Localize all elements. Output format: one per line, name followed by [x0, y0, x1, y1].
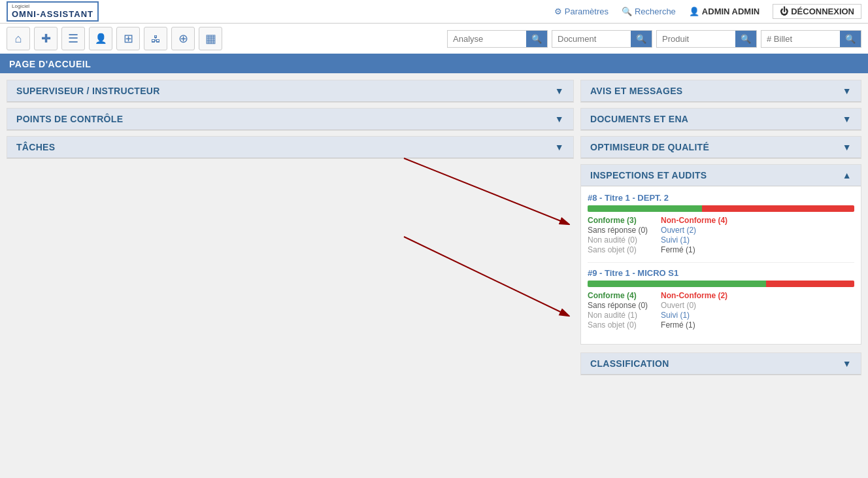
- insp8-conforme: Conforme (3): [588, 216, 648, 225]
- insp9-ferme: Fermé (1): [661, 320, 727, 330]
- inspections-header[interactable]: INSPECTIONS ET AUDITS ▲: [581, 165, 861, 186]
- inspection-8-stats: Conforme (3) Sans réponse (0) Non audité…: [588, 216, 854, 254]
- progress-8-red: [702, 205, 854, 212]
- progress-8-green: [588, 205, 702, 212]
- documents-label: DOCUMENTS ET ENA: [590, 114, 688, 124]
- inspection-8-title[interactable]: #8 - Titre 1 - DEPT. 2: [588, 193, 854, 203]
- points-label: POINTS DE CONTRÔLE: [16, 114, 123, 124]
- analyse-input[interactable]: [448, 31, 526, 46]
- documents-panel: DOCUMENTS ET ENA ▼: [580, 108, 861, 131]
- left-column: SUPERVISEUR / INSTRUCTEUR ▼ POINTS DE CO…: [7, 80, 574, 462]
- inspection-9-stats-left: Conforme (4) Sans réponse (0) Non audité…: [588, 291, 648, 330]
- insp9-non-audite: Non audité (1): [588, 311, 648, 320]
- produit-input[interactable]: [657, 31, 735, 46]
- insp8-non-conforme: Non-Conforme (4): [661, 216, 727, 225]
- search-link[interactable]: 🔍 Recherche: [622, 7, 676, 16]
- inspections-chevron: ▲: [843, 170, 852, 180]
- list-icon-btn[interactable]: ☰: [61, 27, 85, 50]
- analyse-search-wrap: 🔍: [447, 30, 548, 48]
- classification-label: CLASSIFICATION: [590, 358, 669, 369]
- user-label: 👤 ADMIN ADMIN: [689, 7, 760, 16]
- superviseur-chevron: ▼: [555, 86, 564, 96]
- inspection-item-9: #9 - Titre 1 - MICRO S1 Conforme (4) San…: [588, 268, 854, 330]
- billet-search-wrap: 🔍: [761, 30, 861, 48]
- inspection-9-stats: Conforme (4) Sans réponse (0) Non audité…: [588, 291, 854, 330]
- params-link[interactable]: ⚙ Paramètres: [554, 7, 609, 16]
- insp9-non-conforme: Non-Conforme (2): [661, 291, 727, 300]
- taches-chevron: ▼: [555, 142, 564, 152]
- top-bar: Logiciel OMNI-ASSISTANT ⚙ Paramètres 🔍 R…: [0, 0, 868, 24]
- inspections-body: #8 - Titre 1 - DEPT. 2 Conforme (3) Sans…: [581, 186, 861, 344]
- insp8-non-audite: Non audité (0): [588, 235, 648, 245]
- logo: Logiciel OMNI-ASSISTANT: [7, 1, 99, 22]
- user-icon: 👤: [689, 7, 699, 16]
- logout-button[interactable]: ⏻ DÉCONNEXION: [773, 4, 861, 19]
- taches-label: TÂCHES: [16, 142, 55, 152]
- inspection-8-progress: [588, 205, 854, 212]
- documents-header[interactable]: DOCUMENTS ET ENA ▼: [581, 109, 861, 130]
- logo-main: OMNI-ASSISTANT: [12, 10, 93, 19]
- inspection-item-8: #8 - Titre 1 - DEPT. 2 Conforme (3) Sans…: [588, 193, 854, 254]
- map-icon-btn[interactable]: ⊕: [171, 27, 195, 50]
- nav-icons: ⌂ ✚ ☰ 👤 ⊞ 🖧 ⊕ ▦: [7, 27, 443, 50]
- avis-panel: AVIS ET MESSAGES ▼: [580, 80, 861, 103]
- taches-header[interactable]: TÂCHES ▼: [7, 137, 573, 158]
- person-icon-btn[interactable]: 👤: [89, 27, 112, 50]
- insp8-ouvert: Ouvert (2): [661, 226, 727, 235]
- superviseur-header[interactable]: SUPERVISEUR / INSTRUCTEUR ▼: [7, 80, 573, 102]
- inspection-9-title[interactable]: #9 - Titre 1 - MICRO S1: [588, 268, 854, 278]
- optimiseur-header[interactable]: OPTIMISEUR DE QUALITÉ ▼: [581, 137, 861, 158]
- inspections-panel: INSPECTIONS ET AUDITS ▲ #8 - Titre 1 - D…: [580, 164, 861, 345]
- classification-panel: CLASSIFICATION ▼: [580, 352, 861, 375]
- main-content: SUPERVISEUR / INSTRUCTEUR ▼ POINTS DE CO…: [0, 73, 868, 469]
- points-panel: POINTS DE CONTRÔLE ▼: [7, 108, 574, 131]
- home-icon-btn[interactable]: ⌂: [7, 27, 30, 50]
- insp8-sans-reponse: Sans réponse (0): [588, 226, 648, 235]
- insp8-sans-objet: Sans objet (0): [588, 245, 648, 254]
- optimiseur-chevron: ▼: [843, 142, 852, 152]
- progress-9-green: [588, 281, 766, 287]
- insp8-ferme: Fermé (1): [661, 245, 727, 254]
- insp9-ouvert: Ouvert (0): [661, 301, 727, 310]
- superviseur-panel: SUPERVISEUR / INSTRUCTEUR ▼: [7, 80, 574, 103]
- insp9-conforme: Conforme (4): [588, 291, 648, 300]
- optimiseur-label: OPTIMISEUR DE QUALITÉ: [590, 142, 709, 152]
- documents-chevron: ▼: [843, 114, 852, 124]
- document-search-btn[interactable]: 🔍: [631, 31, 652, 47]
- superviseur-label: SUPERVISEUR / INSTRUCTEUR: [16, 86, 160, 96]
- inspection-8-stats-right: Non-Conforme (4) Ouvert (2) Suivi (1) Fe…: [661, 216, 727, 254]
- taches-panel: TÂCHES ▼: [7, 136, 574, 159]
- network-icon-btn[interactable]: 🖧: [144, 27, 167, 50]
- progress-9-red: [766, 281, 854, 287]
- avis-label: AVIS ET MESSAGES: [590, 86, 682, 96]
- grid-icon-btn[interactable]: ⊞: [116, 27, 140, 50]
- gear-icon: ⚙: [554, 7, 562, 16]
- analyse-search-btn[interactable]: 🔍: [526, 31, 547, 47]
- optimiseur-panel: OPTIMISEUR DE QUALITÉ ▼: [580, 136, 861, 159]
- classification-chevron: ▼: [843, 358, 852, 369]
- produit-search-btn[interactable]: 🔍: [735, 31, 756, 47]
- insp9-sans-reponse: Sans réponse (0): [588, 301, 648, 310]
- billet-search-btn[interactable]: 🔍: [840, 31, 861, 47]
- top-bar-right: ⚙ Paramètres 🔍 Recherche 👤 ADMIN ADMIN ⏻…: [554, 4, 861, 19]
- search-icon-top: 🔍: [622, 7, 632, 16]
- points-header[interactable]: POINTS DE CONTRÔLE ▼: [7, 109, 573, 130]
- cross-icon-btn[interactable]: ✚: [34, 27, 58, 50]
- page-title: PAGE D'ACCUEIL: [0, 55, 868, 73]
- classification-header[interactable]: CLASSIFICATION ▼: [581, 353, 861, 375]
- nav-bar: ⌂ ✚ ☰ 👤 ⊞ 🖧 ⊕ ▦ 🔍 🔍 🔍 🔍: [0, 24, 868, 55]
- points-chevron: ▼: [555, 114, 564, 124]
- image-icon-btn[interactable]: ▦: [199, 27, 222, 50]
- billet-input[interactable]: [761, 31, 840, 46]
- insp9-sans-objet: Sans objet (0): [588, 320, 648, 330]
- produit-search-wrap: 🔍: [656, 30, 757, 48]
- avis-header[interactable]: AVIS ET MESSAGES ▼: [581, 80, 861, 102]
- inspection-9-stats-right: Non-Conforme (2) Ouvert (0) Suivi (1) Fe…: [661, 291, 727, 330]
- inspections-label: INSPECTIONS ET AUDITS: [590, 170, 707, 180]
- insp8-suivi: Suivi (1): [661, 235, 727, 245]
- document-input[interactable]: [552, 31, 631, 46]
- power-icon: ⏻: [780, 7, 788, 16]
- insp9-suivi: Suivi (1): [661, 311, 727, 320]
- document-search-wrap: 🔍: [552, 30, 652, 48]
- inspection-9-progress: [588, 281, 854, 287]
